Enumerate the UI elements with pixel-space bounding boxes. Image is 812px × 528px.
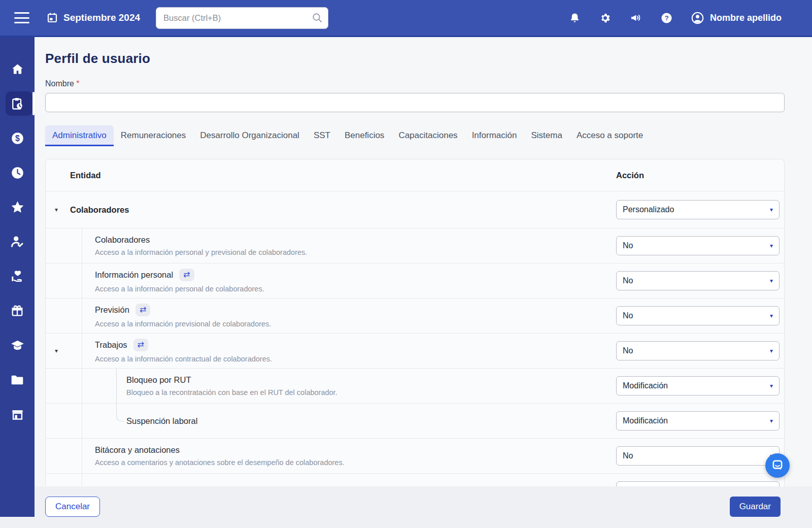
action-select-value: Modificación <box>623 416 668 425</box>
action-select-value: No <box>623 241 633 250</box>
search-input[interactable] <box>156 7 328 29</box>
action-select-value: Personalizado <box>623 205 674 214</box>
action-select[interactable]: ▾ <box>616 481 780 486</box>
entity-name: Colaboradores <box>95 235 150 245</box>
swap-arrows-icon[interactable]: ⇄ <box>179 269 194 281</box>
action-select[interactable]: No ▾ <box>616 341 780 360</box>
tab-sistema[interactable]: Sistema <box>524 125 569 146</box>
sidebar-item-store[interactable] <box>0 402 35 426</box>
chat-bubble-icon <box>771 459 784 472</box>
tabs: AdministrativoRemuneracionesDesarrollo O… <box>45 125 785 146</box>
sidebar-item-selection[interactable] <box>0 229 35 254</box>
action-select[interactable]: No ▾ <box>616 271 780 290</box>
entity-name: Colaboradores <box>70 205 129 215</box>
top-navbar: Septiembre 2024 <box>0 0 812 37</box>
gift-icon <box>10 304 24 318</box>
swap-arrows-icon[interactable]: ⇄ <box>136 304 150 316</box>
menu-icon[interactable] <box>14 12 29 23</box>
entity-name: Información personal <box>95 270 173 280</box>
action-select[interactable]: Modificación ▾ <box>616 411 780 431</box>
chevron-down-icon: ▾ <box>770 382 773 389</box>
sidebar-item-favorites[interactable] <box>0 195 35 219</box>
save-button[interactable]: Guardar <box>730 497 781 517</box>
help-icon[interactable]: ? <box>661 12 672 24</box>
tab-capacitaciones[interactable]: Capacitaciones <box>391 125 464 146</box>
clock-icon <box>11 166 24 180</box>
entity-name: Trabajos <box>95 340 127 350</box>
search-icon <box>311 12 323 24</box>
entity-description: Bloqueo a la recontratación con base en … <box>126 388 616 397</box>
star-icon <box>10 200 25 215</box>
sidebar-item-time[interactable] <box>0 160 35 185</box>
name-input[interactable] <box>45 93 785 112</box>
table-row-colaboradores: Colaboradores Acceso a la información pe… <box>46 228 784 263</box>
tab-informacion[interactable]: Información <box>465 125 524 146</box>
name-field-label: Nombre * <box>45 79 785 88</box>
main-content: Perfil de usuario Nombre * Administrativ… <box>35 37 812 486</box>
table-row-prevision: Previsión ⇄ Acceso a la información prev… <box>46 298 784 333</box>
sidebar-item-wellbeing[interactable] <box>0 264 35 288</box>
action-select-value: No <box>623 276 633 285</box>
sidebar-item-documents[interactable] <box>0 368 35 392</box>
tab-beneficios[interactable]: Beneficios <box>337 125 391 146</box>
user-name: Nombre apellido <box>710 13 782 23</box>
footer-bar: Cancelar Guardar <box>0 486 812 528</box>
user-menu[interactable]: Nombre apellido <box>691 12 782 24</box>
settings-gear-icon[interactable] <box>599 12 611 24</box>
cancel-button[interactable]: Cancelar <box>45 497 100 517</box>
action-select[interactable]: No ▾ <box>616 446 780 466</box>
sidebar-item-benefits[interactable] <box>0 299 35 323</box>
entity-description: Acceso a la información contractual de c… <box>95 355 616 363</box>
action-column-header: Acción <box>616 171 784 180</box>
action-select-value: No <box>623 311 633 320</box>
svg-text:$: $ <box>15 134 20 143</box>
entity-name: Bitácora y anotaciones <box>95 445 180 455</box>
sidebar-item-remunerations[interactable]: $ <box>0 126 35 150</box>
tab-administrativo[interactable]: Administrativo <box>45 125 114 146</box>
tab-remuneraciones[interactable]: Remuneraciones <box>114 125 193 146</box>
entity-description: Acceso a la información personal y previ… <box>95 248 616 256</box>
action-select[interactable]: No ▾ <box>616 236 780 255</box>
tab-sst[interactable]: SST <box>307 125 337 146</box>
required-asterisk: * <box>76 79 79 88</box>
permissions-table: Entidad Acción ▾ Colaboradores Personali… <box>45 159 785 486</box>
table-row-registro-de-amonestaciones: Registro de amonestaciones ▾ <box>46 473 784 486</box>
chevron-down-icon: ▾ <box>770 347 773 354</box>
period-selector[interactable]: Septiembre 2024 <box>46 12 140 24</box>
chat-launcher-button[interactable] <box>765 453 790 478</box>
sidebar-item-home[interactable] <box>0 57 35 81</box>
calendar-icon <box>46 12 58 24</box>
avatar-icon <box>691 12 704 24</box>
table-header: Entidad Acción <box>46 159 784 191</box>
action-select[interactable]: Modificación ▾ <box>616 376 780 395</box>
chevron-down-icon: ▾ <box>770 312 773 319</box>
announcements-megaphone-icon[interactable] <box>630 12 642 24</box>
tab-acceso-a-soporte[interactable]: Acceso a soporte <box>569 125 650 146</box>
person-check-icon <box>10 235 24 249</box>
sidebar-item-tasks[interactable] <box>0 91 35 116</box>
action-select[interactable]: No ▾ <box>616 306 780 325</box>
action-select-value: Modificación <box>623 381 668 390</box>
sidebar-item-training[interactable] <box>0 333 35 357</box>
swap-arrows-icon[interactable]: ⇄ <box>133 339 148 351</box>
table-row-informacion-personal: Información personal ⇄ Acceso a la infor… <box>46 263 784 298</box>
entity-description: Acceso a comentarios y anotaciones sobre… <box>95 458 616 467</box>
entity-name: Suspención laboral <box>126 416 197 426</box>
entity-name: Previsión <box>95 305 129 315</box>
table-row-trabajos: ▾ Trabajos ⇄ Acceso a la información con… <box>46 333 784 368</box>
dollar-icon: $ <box>11 131 24 145</box>
action-select[interactable]: Personalizado ▾ <box>616 200 780 219</box>
navbar-left: Septiembre 2024 <box>0 7 328 29</box>
entity-column-header: Entidad <box>70 171 616 180</box>
navbar-right: ? Nombre apellido <box>569 12 812 24</box>
chevron-down-icon: ▾ <box>770 417 773 424</box>
entity-description: Acceso a la información personal de cola… <box>95 285 616 293</box>
notifications-bell-icon[interactable] <box>569 12 581 24</box>
search-box <box>156 7 328 29</box>
tab-desarrollo-organizacional[interactable]: Desarrollo Organizacional <box>193 125 307 146</box>
home-icon <box>11 62 24 76</box>
chevron-down-icon: ▾ <box>770 242 773 249</box>
chevron-down-icon: ▾ <box>770 277 773 284</box>
period-label: Septiembre 2024 <box>63 12 140 23</box>
store-icon <box>11 408 24 421</box>
